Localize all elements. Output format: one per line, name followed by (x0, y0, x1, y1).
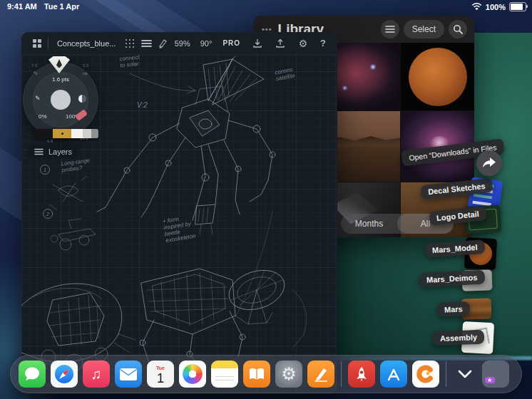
brush-icon: ✎ (35, 95, 41, 102)
battery-icon (509, 2, 526, 11)
dock-app-mail[interactable] (115, 361, 142, 388)
tool-size-label: 14.9 (80, 136, 88, 140)
annotation-version: V:2 (137, 102, 148, 108)
dock-app-notes[interactable] (211, 361, 238, 388)
photo-mars-planet[interactable] (401, 43, 474, 110)
mail-icon (119, 368, 138, 381)
dock-app-safari[interactable] (51, 361, 78, 388)
dock: ♫ Tue 1 ⚙ (10, 355, 522, 393)
calendar-day: 1 (157, 371, 165, 385)
select-button[interactable]: Select (404, 20, 444, 38)
gallery-grid-icon[interactable] (31, 36, 43, 51)
zoom-level[interactable]: 59% (175, 39, 190, 48)
smoothing-value: 0% (39, 113, 47, 120)
dock-app-photos[interactable] (179, 361, 206, 388)
view-options-button[interactable] (381, 20, 399, 38)
app-library-mini-icon: ★ (485, 377, 495, 383)
dock-app-music[interactable]: ♫ (83, 361, 110, 388)
help-button[interactable]: ? (320, 38, 326, 48)
ipad-screen: 9:41 AM Tue 1 Apr 100% ••• Library (0, 0, 532, 399)
battery-percent: 100% (486, 3, 506, 11)
palette-selection-dot (61, 133, 63, 135)
messages-icon (24, 366, 41, 382)
document-title[interactable]: Concepts_blue... (57, 39, 116, 48)
opacity-icon (78, 95, 86, 103)
dock-collapse-button[interactable] (453, 370, 477, 378)
photo-mars-desert[interactable] (327, 111, 400, 182)
dock-app-books[interactable] (243, 361, 270, 388)
tool-size-label: 7.0 (31, 63, 37, 68)
layers-icon (34, 148, 44, 155)
precision-grid-icon[interactable] (123, 36, 135, 51)
photo-nebula-horsehead[interactable] (327, 43, 400, 110)
chevron-down-icon (458, 370, 472, 378)
layers-button[interactable]: Layers (27, 145, 79, 159)
drag-item-label[interactable]: Mars (437, 301, 471, 317)
layers-panel-icon[interactable] (140, 36, 153, 51)
appstore-icon (384, 366, 403, 383)
gear-icon: ⚙ (281, 364, 297, 384)
pen-tool-icon[interactable] (157, 36, 169, 51)
dock-app-messages[interactable] (19, 361, 46, 388)
concepts-c-icon (416, 365, 435, 383)
toolbar-divider (48, 38, 48, 49)
pencil-tool-icon[interactable]: ∿ (33, 69, 39, 76)
swatch-gray[interactable] (91, 129, 98, 138)
concepts-window: Concepts_blue... 59% 90° PRO ⚙ (21, 32, 337, 394)
dock-divider (446, 361, 446, 387)
dock-app-appstore[interactable] (380, 361, 407, 388)
dock-app-concepts[interactable] (412, 361, 439, 388)
dock-app-settings[interactable]: ⚙ (275, 361, 302, 388)
export-share-icon[interactable] (272, 36, 288, 51)
dock-divider (341, 361, 342, 387)
layers-label: Layers (48, 147, 72, 156)
annotation-solar: connectto solar (119, 54, 140, 69)
concepts-toolbar: Concepts_blue... 59% 90° PRO ⚙ (21, 32, 337, 55)
annotation-marker-2: 2 (43, 209, 53, 219)
segment-months[interactable]: Months (341, 214, 397, 234)
safari-icon (53, 363, 75, 385)
rocket-icon (353, 366, 370, 383)
clock: 9:41 AM (7, 2, 37, 11)
pages-pen-icon (312, 366, 329, 383)
pen-tool-icon[interactable]: ✑ (83, 71, 88, 78)
forward-arrow-icon (482, 157, 496, 170)
tool-size-label: 5.5 (83, 63, 88, 68)
books-icon (248, 367, 265, 381)
dock-app-calendar[interactable]: Tue 1 (147, 361, 174, 388)
tool-size-label: 6.9 (47, 139, 53, 143)
drag-item-label[interactable]: Assembly (433, 330, 485, 346)
photos-flower-icon (183, 364, 203, 384)
annotation-marker-1: 1 (40, 165, 50, 175)
dock-app-pages[interactable] (307, 361, 334, 388)
search-icon (453, 24, 463, 34)
search-button[interactable] (449, 20, 467, 38)
pro-badge[interactable]: PRO (222, 39, 240, 47)
share-forward-button[interactable] (476, 150, 502, 176)
settings-gear-icon[interactable]: ⚙ (295, 36, 311, 51)
active-tool-icon (56, 59, 62, 68)
music-note-icon: ♫ (91, 366, 102, 383)
swatch-black[interactable] (34, 129, 53, 138)
rotation-value[interactable]: 90° (200, 39, 213, 48)
annotation-beetle: + forminspired by beetleexoskeleton (162, 214, 196, 244)
wifi-icon (471, 3, 482, 11)
dock-app-rocket[interactable] (348, 361, 375, 388)
color-palette-bar[interactable] (34, 129, 98, 138)
import-icon[interactable] (250, 36, 265, 51)
status-bar: 9:41 AM Tue 1 Apr 100% (0, 0, 532, 14)
tool-wheel-center[interactable] (51, 90, 71, 110)
dock-app-library[interactable]: ★ (482, 361, 509, 388)
list-icon (385, 25, 395, 33)
date: Tue 1 Apr (44, 2, 80, 11)
